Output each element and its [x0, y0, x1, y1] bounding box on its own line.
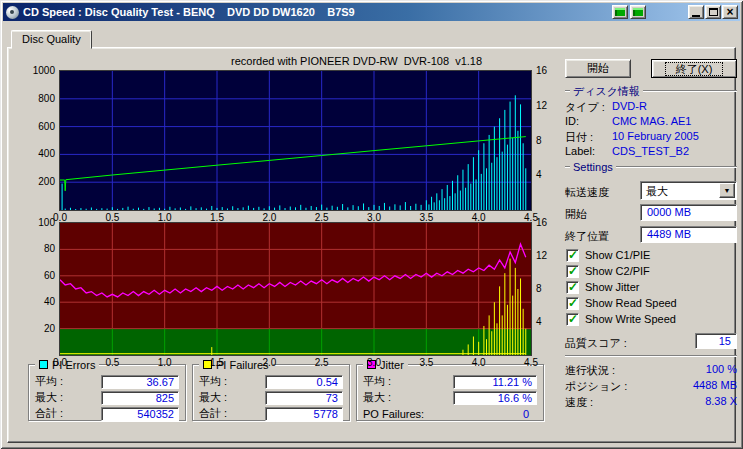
jitter-max-value: 16.6 %	[453, 391, 537, 405]
checkbox-show-read-speed[interactable]: ✓Show Read Speed	[566, 296, 677, 310]
stat-row: 合計 :5778	[199, 406, 343, 421]
stat-label: PO Failures:	[363, 408, 424, 420]
axis-tick-label: 16	[536, 65, 547, 76]
app-icon	[6, 6, 19, 19]
pi-errors-max-value: 825	[101, 391, 179, 405]
maximize-button[interactable]	[705, 5, 721, 19]
axis-tick-label: 100	[18, 217, 55, 228]
disc-id-row: ID:CMC MAG. AE1	[565, 115, 737, 127]
stat-row: 合計 :540352	[35, 406, 179, 421]
jitter-average-value: 11.21 %	[453, 375, 537, 389]
check-icon: ✓	[568, 280, 578, 294]
quality-score-field: 15	[695, 333, 737, 349]
green-chart-icon	[633, 8, 643, 16]
checkbox-show-c2-pif[interactable]: ✓Show C2/PIF	[566, 264, 650, 278]
titlebar[interactable]: CD Speed : Disc Quality Test - BENQ DVD …	[3, 3, 740, 21]
stat-row: 平均 :36.67	[35, 374, 179, 389]
checkbox-show-c1-pie[interactable]: ✓Show C1/PIE	[566, 248, 650, 262]
exit-button[interactable]: 終了(X)	[651, 59, 737, 78]
pi-errors-stats-box: PI Errors 平均 :36.67 最大 :825 合計 :540352	[28, 364, 186, 421]
axis-tick-label: 1000	[18, 65, 55, 76]
end-position-label: 終了位置	[565, 229, 609, 244]
progress-value: 100 %	[706, 363, 737, 378]
axis-tick-label: 3.0	[360, 357, 388, 368]
pi-errors-total-value: 540352	[101, 407, 179, 421]
stat-row: 最大 :16.6 %	[363, 390, 537, 405]
axis-tick-label: 4	[536, 169, 542, 180]
close-icon: ×	[726, 7, 733, 17]
disc-label-row: Label:CDS_TEST_B2	[565, 145, 737, 157]
axis-tick-label: 400	[18, 148, 55, 159]
checkbox-label: Show Jitter	[585, 281, 639, 293]
combo-dropdown-button[interactable]: ▼	[719, 183, 735, 198]
disc-type-row: タイプ :DVD-R	[565, 100, 737, 115]
axis-tick-label: 2.5	[308, 212, 336, 223]
axis-tick-label: 200	[18, 176, 55, 187]
pi-failures-average-value: 0.54	[265, 375, 343, 389]
jitter-stats-box: Jitter 平均 :11.21 % 最大 :16.6 % PO Failure…	[356, 364, 544, 421]
checkbox-show-write-speed[interactable]: ✓Show Write Speed	[566, 312, 676, 326]
stat-row: PO Failures:0	[363, 406, 537, 421]
disc-date-value: 10 February 2005	[612, 130, 699, 145]
pi-failures-max-value: 73	[265, 391, 343, 405]
pi-errors-speed-chart	[60, 71, 531, 210]
axis-tick-label: 1.5	[203, 212, 231, 223]
settings-header-label: Settings	[570, 161, 616, 173]
axis-tick-label: 12	[536, 100, 547, 111]
speed-label: 速度 :	[565, 395, 593, 410]
transfer-speed-select[interactable]: 最大 ▼	[640, 181, 737, 200]
axis-tick-label: 4	[536, 316, 542, 327]
tab-disc-quality[interactable]: Disc Quality	[11, 30, 92, 49]
pi-errors-chart-plot	[60, 71, 531, 210]
stat-row: 平均 :0.54	[199, 374, 343, 389]
window-title: CD Speed : Disc Quality Test - BENQ DVD …	[19, 6, 355, 18]
axis-tick-label: 2.0	[255, 212, 283, 223]
disc-info-header: ディスク情報	[565, 85, 737, 97]
axis-tick-label: 20	[18, 323, 55, 334]
checkbox-show-jitter[interactable]: ✓Show Jitter	[566, 280, 639, 294]
progress-row: 進行状況 :100 %	[565, 363, 737, 378]
axis-tick-label: 3.5	[412, 357, 440, 368]
axis-tick-label: 16	[536, 217, 547, 228]
stat-row: 平均 :11.21 %	[363, 374, 537, 389]
titlebar-green-icon-button-1[interactable]	[612, 5, 628, 19]
close-button[interactable]: ×	[722, 5, 738, 19]
stat-label: 平均 :	[199, 374, 227, 389]
check-icon: ✓	[568, 264, 578, 278]
start-button[interactable]: 開始	[565, 59, 631, 78]
start-position-field[interactable]: 0000 MB	[640, 204, 737, 221]
quality-score-value: 15	[719, 335, 731, 347]
disc-label-label: Label:	[565, 145, 612, 157]
maximize-icon	[709, 8, 718, 16]
end-position-field[interactable]: 4489 MB	[640, 226, 737, 243]
jitter-chart-plot	[60, 223, 531, 355]
checkbox-label: Show C1/PIE	[585, 249, 650, 261]
minimize-button[interactable]	[688, 5, 704, 19]
disc-date-label: 日付 :	[565, 130, 612, 145]
speed-value: 8.38 X	[705, 395, 737, 410]
check-icon: ✓	[568, 296, 578, 310]
check-icon: ✓	[568, 312, 578, 326]
axis-tick-label: 1.0	[151, 357, 179, 368]
axis-tick-label: 1.0	[151, 212, 179, 223]
axis-tick-label: 2.0	[255, 357, 283, 368]
axis-tick-label: 80	[18, 243, 55, 254]
axis-tick-label: 12	[536, 250, 547, 261]
checkbox-label: Show C2/PIF	[585, 265, 650, 277]
app-window: CD Speed : Disc Quality Test - BENQ DVD …	[0, 0, 743, 449]
titlebar-green-icon-button-2[interactable]	[630, 5, 646, 19]
axis-tick-label: 4.5	[517, 357, 545, 368]
axis-tick-label: 3.5	[412, 212, 440, 223]
transfer-speed-value: 最大	[646, 184, 668, 199]
axis-tick-label: 0.0	[46, 357, 74, 368]
disc-type-label: タイプ :	[565, 100, 612, 115]
axis-tick-label: 60	[18, 270, 55, 281]
position-value: 4488 MB	[693, 379, 737, 394]
checkbox-box: ✓	[566, 313, 579, 326]
disc-date-row: 日付 :10 February 2005	[565, 130, 737, 145]
transfer-speed-label: 転送速度	[565, 185, 609, 200]
jitter-pi-failures-chart	[60, 223, 531, 355]
exit-button-label: 終了(X)	[665, 62, 724, 76]
axis-tick-label: 1.5	[203, 357, 231, 368]
position-row: ポジション :4488 MB	[565, 379, 737, 394]
